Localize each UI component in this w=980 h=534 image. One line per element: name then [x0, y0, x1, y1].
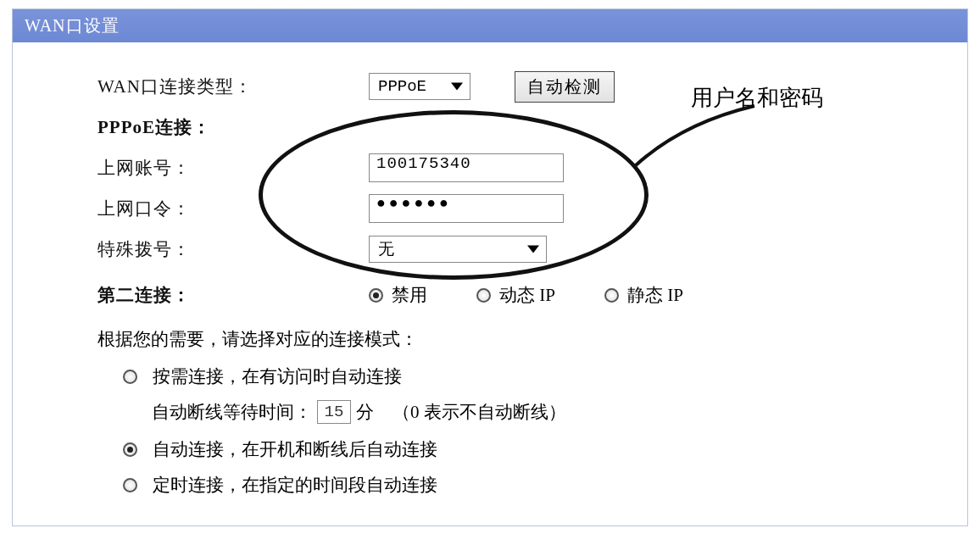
- pppoe-header-label: PPPoE连接：: [13, 115, 369, 139]
- password-label: 上网口令：: [13, 197, 369, 220]
- second-conn-label: 第二连接：: [13, 283, 369, 307]
- idle-prefix: 自动断线等待时间：: [152, 400, 312, 424]
- radio-disable-label: 禁用: [392, 283, 427, 307]
- special-dial-label: 特殊拨号：: [13, 237, 369, 261]
- radio-icon: [123, 478, 137, 492]
- idle-timeout-row: 自动断线等待时间： 15 分 （0 表示不自动断线）: [97, 400, 967, 424]
- account-input[interactable]: 100175340: [369, 153, 564, 182]
- row-password: 上网口令： ●●●●●●: [13, 188, 967, 229]
- wan-settings-panel: WAN口设置 WAN口连接类型： PPPoE 自动检测 PPPoE连接： 上网账…: [12, 8, 968, 526]
- row-account: 上网账号： 100175340: [13, 147, 967, 188]
- panel-body: WAN口连接类型： PPPoE 自动检测 PPPoE连接： 上网账号： 1001…: [13, 42, 967, 526]
- conn-type-label: WAN口连接类型：: [13, 75, 369, 98]
- row-second-conn: 第二连接： 禁用 动态 IP 静态 IP: [13, 275, 967, 315]
- password-input[interactable]: ●●●●●●: [369, 194, 564, 223]
- row-special-dial: 特殊拨号： 无: [13, 229, 967, 270]
- mode-scheduled-label: 定时连接，在指定的时间段自动连接: [153, 473, 437, 497]
- account-label: 上网账号：: [13, 156, 369, 180]
- conn-type-value: PPPoE: [378, 77, 426, 96]
- special-dial-select[interactable]: 无: [369, 236, 547, 263]
- dropdown-icon: [451, 83, 463, 91]
- mode-scheduled[interactable]: 定时连接，在指定的时间段自动连接: [97, 473, 967, 497]
- dropdown-icon: [527, 246, 539, 253]
- radio-dynamic-ip[interactable]: 动态 IP: [476, 283, 555, 307]
- radio-icon: [476, 288, 491, 303]
- idle-hint: （0 表示不自动断线）: [393, 400, 566, 424]
- mode-prompt: 根据您的需要，请选择对应的连接模式：: [97, 327, 967, 351]
- radio-icon: [604, 288, 619, 303]
- conn-type-select[interactable]: PPPoE: [369, 73, 471, 100]
- mode-on-demand[interactable]: 按需连接，在有访问时自动连接: [97, 364, 967, 388]
- mode-auto-label: 自动连接，在开机和断线后自动连接: [153, 437, 437, 461]
- idle-unit: 分: [356, 400, 374, 424]
- radio-dynamic-label: 动态 IP: [499, 283, 555, 307]
- radio-disable[interactable]: 禁用: [369, 283, 427, 307]
- mode-section: 根据您的需要，请选择对应的连接模式： 按需连接，在有访问时自动连接 自动断线等待…: [13, 315, 967, 497]
- radio-icon: [369, 288, 383, 303]
- panel-title: WAN口设置: [13, 9, 967, 42]
- special-dial-value: 无: [378, 238, 394, 260]
- radio-static-label: 静态 IP: [627, 283, 683, 307]
- radio-icon: [123, 370, 137, 384]
- idle-timeout-input[interactable]: 15: [317, 400, 351, 424]
- row-pppoe-header: PPPoE连接：: [13, 107, 967, 147]
- radio-static-ip[interactable]: 静态 IP: [604, 283, 683, 307]
- row-conn-type: WAN口连接类型： PPPoE 自动检测: [13, 66, 967, 107]
- auto-detect-button[interactable]: 自动检测: [515, 71, 615, 103]
- mode-on-demand-label: 按需连接，在有访问时自动连接: [153, 364, 402, 388]
- radio-icon: [123, 442, 137, 457]
- mode-auto[interactable]: 自动连接，在开机和断线后自动连接: [97, 437, 967, 461]
